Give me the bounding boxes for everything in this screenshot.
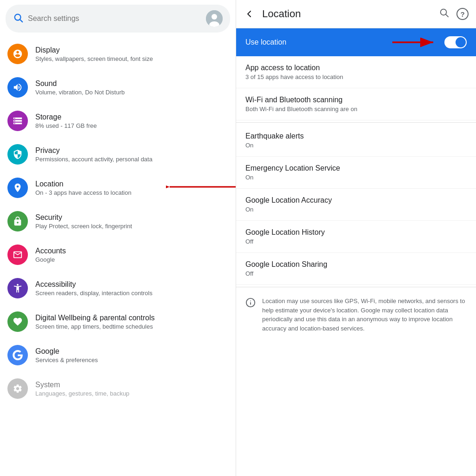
search-icon[interactable] — [439, 7, 449, 20]
section-divider-1 — [236, 122, 476, 123]
google-history-item[interactable]: Google Location History Off — [236, 221, 476, 253]
location-subtitle: On - 3 apps have access to location — [35, 189, 132, 196]
accounts-subtitle: Google — [35, 256, 66, 263]
svg-line-1 — [20, 20, 22, 22]
right-panel: Location ? Use location — [236, 0, 476, 476]
google-sharing-item[interactable]: Google Location Sharing Off — [236, 253, 476, 285]
security-title: Security — [35, 213, 132, 222]
sidebar-item-sound[interactable]: Sound Volume, vibration, Do Not Disturb — [0, 71, 236, 104]
toggle-thumb — [456, 37, 466, 47]
security-icon — [7, 211, 28, 231]
wifi-bluetooth-subtitle: Both Wi-Fi and Bluetooth scanning are on — [245, 106, 467, 112]
storage-icon — [7, 111, 28, 131]
location-content: App access to location 3 of 15 apps have… — [236, 56, 476, 476]
accounts-icon — [7, 245, 28, 265]
earthquake-title: Earthquake alerts — [245, 132, 467, 140]
google-title: Google — [35, 347, 98, 356]
info-section: Location may use sources like GPS, Wi-Fi… — [236, 289, 476, 340]
settings-list: Display Styles, wallpapers, screen timeo… — [0, 37, 236, 476]
location-icon — [7, 178, 28, 198]
sidebar-item-google[interactable]: Google Services & preferences — [0, 338, 236, 372]
app-access-subtitle: 3 of 15 apps have access to location — [245, 73, 467, 80]
sidebar-item-storage[interactable]: Storage 8% used - 117 GB free — [0, 104, 236, 138]
sidebar-item-display[interactable]: Display Styles, wallpapers, screen timeo… — [0, 37, 236, 71]
google-icon — [7, 345, 28, 365]
svg-line-8 — [446, 14, 448, 17]
privacy-title: Privacy — [35, 146, 152, 155]
sidebar-item-wellbeing[interactable]: Digital Wellbeing & parental controls Sc… — [0, 305, 236, 338]
wellbeing-subtitle: Screen time, app timers, bedtime schedul… — [35, 323, 155, 330]
storage-subtitle: 8% used - 117 GB free — [35, 122, 97, 129]
accuracy-subtitle: On — [245, 206, 467, 213]
use-location-arrow — [392, 36, 439, 49]
info-text: Location may use sources like GPS, Wi-Fi… — [262, 297, 467, 333]
location-title: Location — [35, 180, 132, 188]
system-icon — [7, 378, 28, 399]
section-divider-2 — [236, 287, 476, 287]
sidebar-item-system[interactable]: System Languages, gestures, time, backup — [0, 372, 236, 405]
history-title: Google Location History — [245, 228, 467, 237]
svg-point-3 — [212, 14, 217, 20]
back-button[interactable] — [244, 8, 255, 20]
use-location-right — [392, 36, 467, 49]
privacy-subtitle: Permissions, account activity, personal … — [35, 156, 152, 163]
use-location-toggle[interactable] — [444, 36, 467, 48]
search-bar[interactable] — [6, 5, 230, 33]
display-subtitle: Styles, wallpapers, screen timeout, font… — [35, 55, 153, 62]
location-left-arrow — [166, 178, 236, 197]
wifi-bluetooth-title: Wi-Fi and Bluetooth scanning — [245, 96, 467, 104]
wifi-bluetooth-item[interactable]: Wi-Fi and Bluetooth scanning Both Wi-Fi … — [236, 88, 476, 120]
display-icon — [7, 44, 28, 64]
header-icons: ? — [439, 7, 469, 20]
sound-icon — [7, 77, 28, 98]
sidebar-item-security[interactable]: Security Play Protect, screen lock, fing… — [0, 205, 236, 238]
accessibility-subtitle: Screen readers, display, interaction con… — [35, 290, 152, 297]
system-title: System — [35, 381, 129, 389]
search-input[interactable] — [28, 14, 201, 23]
wellbeing-title: Digital Wellbeing & parental controls — [35, 314, 155, 322]
sidebar-item-accounts[interactable]: Accounts Google — [0, 238, 236, 271]
emergency-location-item[interactable]: Emergency Location Service On — [236, 157, 476, 189]
security-subtitle: Play Protect, screen lock, fingerprint — [35, 223, 132, 230]
info-icon — [245, 298, 256, 310]
search-icon — [13, 13, 23, 25]
accuracy-title: Google Location Accuracy — [245, 196, 467, 205]
privacy-icon — [7, 144, 28, 165]
use-location-label: Use location — [245, 38, 286, 46]
google-accuracy-item[interactable]: Google Location Accuracy On — [236, 189, 476, 221]
left-panel: Display Styles, wallpapers, screen timeo… — [0, 0, 236, 476]
use-location-bar[interactable]: Use location — [236, 28, 476, 56]
wellbeing-icon — [7, 311, 28, 332]
location-header: Location ? — [236, 0, 476, 28]
storage-title: Storage — [35, 113, 97, 121]
emergency-title: Emergency Location Service — [245, 164, 467, 172]
sound-title: Sound — [35, 79, 125, 88]
sound-subtitle: Volume, vibration, Do Not Disturb — [35, 89, 125, 96]
history-subtitle: Off — [245, 238, 467, 245]
google-subtitle: Services & preferences — [35, 357, 98, 364]
accessibility-title: Accessibility — [35, 280, 152, 289]
app-access-item[interactable]: App access to location 3 of 15 apps have… — [236, 56, 476, 88]
page-title: Location — [262, 8, 431, 20]
earthquake-alerts-item[interactable]: Earthquake alerts On — [236, 125, 476, 157]
app-access-title: App access to location — [245, 64, 467, 72]
sidebar-item-privacy[interactable]: Privacy Permissions, account activity, p… — [0, 138, 236, 171]
accessibility-icon — [7, 278, 28, 298]
sharing-subtitle: Off — [245, 270, 467, 277]
earthquake-subtitle: On — [245, 142, 467, 149]
sharing-title: Google Location Sharing — [245, 260, 467, 269]
sidebar-item-location[interactable]: Location On - 3 apps have access to loca… — [0, 171, 236, 205]
avatar — [206, 10, 223, 27]
sidebar-item-accessibility[interactable]: Accessibility Screen readers, display, i… — [0, 271, 236, 305]
display-title: Display — [35, 46, 153, 54]
help-icon[interactable]: ? — [456, 8, 469, 20]
emergency-subtitle: On — [245, 174, 467, 181]
system-subtitle: Languages, gestures, time, backup — [35, 390, 129, 397]
accounts-title: Accounts — [35, 247, 66, 255]
